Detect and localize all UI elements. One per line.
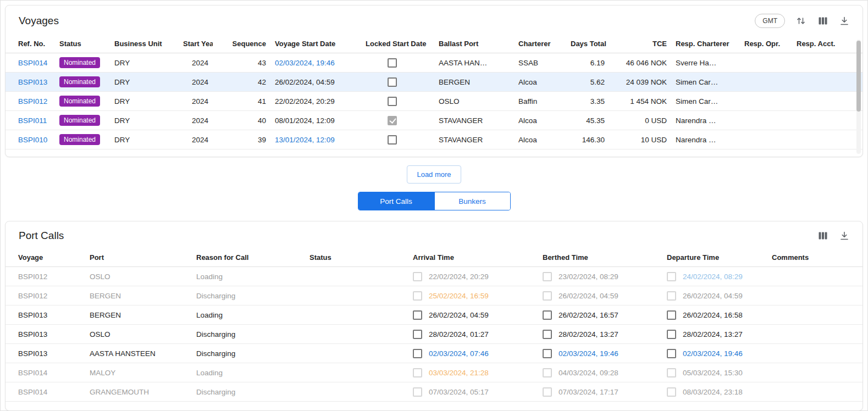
- arrival-time[interactable]: 03/03/2024, 21:28: [429, 369, 489, 377]
- port-call-row[interactable]: BSPI013 AASTA HANSTEEN Discharging 02/03…: [5, 344, 863, 363]
- voyage-start-date[interactable]: 22/02/2024, 20:29: [275, 97, 335, 105]
- port-calls-column-header[interactable]: Port: [85, 248, 192, 267]
- port-calls-column-header[interactable]: Voyage: [5, 248, 85, 267]
- voyages-column-header[interactable]: Ref. No.: [5, 35, 55, 53]
- voyages-column-header[interactable]: Ballast Port: [434, 35, 514, 53]
- departure-time-checkbox[interactable]: [667, 310, 676, 320]
- departure-time-checkbox[interactable]: [667, 387, 676, 397]
- voyage-row[interactable]: BSPI010 Nominated DRY 2024 39 13/01/2024…: [5, 130, 863, 149]
- ref-no-link[interactable]: BSPI012: [5, 92, 55, 111]
- voyage-row[interactable]: BSPI013 Nominated DRY 2024 42 26/02/2024…: [5, 73, 863, 92]
- ref-no-link[interactable]: BSPI014: [5, 53, 55, 73]
- load-more-button[interactable]: Load more: [407, 165, 461, 184]
- departure-time-checkbox[interactable]: [667, 349, 676, 358]
- departure-time[interactable]: 28/02/2024, 13:27: [683, 330, 743, 338]
- locked-start-date-checkbox[interactable]: [388, 58, 397, 68]
- arrival-time-checkbox[interactable]: [413, 272, 422, 281]
- berthed-time-checkbox[interactable]: [543, 272, 552, 281]
- berthed-time[interactable]: 07/03/2024, 17:17: [559, 388, 618, 396]
- voyages-column-header[interactable]: Sequence: [213, 35, 270, 53]
- arrival-time[interactable]: 28/02/2024, 01:27: [429, 330, 489, 338]
- voyages-column-header[interactable]: Charterer: [514, 35, 566, 53]
- arrival-time[interactable]: 07/03/2024, 05:17: [429, 388, 489, 396]
- download-button[interactable]: [838, 230, 850, 242]
- port-calls-column-header[interactable]: Departure Time: [662, 248, 767, 267]
- arrival-time-checkbox[interactable]: [413, 349, 422, 358]
- departure-time[interactable]: 05/03/2024, 15:30: [683, 369, 743, 377]
- ref-no-link[interactable]: BSPI011: [5, 111, 55, 130]
- voyage-row[interactable]: BSPI012 Nominated DRY 2024 41 22/02/2024…: [5, 92, 863, 111]
- voyages-column-header[interactable]: Resp. Charterer: [671, 35, 740, 53]
- ref-no-link[interactable]: BSPI013: [5, 73, 55, 92]
- voyage-row[interactable]: BSPI014 Nominated DRY 2024 43 02/03/2024…: [5, 53, 863, 73]
- arrival-time-checkbox[interactable]: [413, 387, 422, 397]
- port-calls-column-header[interactable]: Comments: [767, 248, 863, 267]
- voyage-start-date[interactable]: 02/03/2024, 19:46: [275, 59, 335, 67]
- voyages-vertical-scrollbar[interactable]: [856, 40, 861, 154]
- berthed-time-checkbox[interactable]: [543, 368, 552, 377]
- timezone-button[interactable]: GMT: [755, 14, 785, 28]
- berthed-time[interactable]: 02/03/2024, 19:46: [559, 349, 618, 358]
- departure-time-checkbox[interactable]: [667, 368, 676, 377]
- arrival-time-checkbox[interactable]: [413, 310, 422, 320]
- port-calls-column-header[interactable]: Berthed Time: [538, 248, 662, 267]
- download-button[interactable]: [838, 15, 850, 27]
- arrival-time[interactable]: 26/02/2024, 04:59: [429, 311, 489, 319]
- departure-time[interactable]: 26/02/2024, 04:59: [683, 292, 743, 300]
- port-call-row[interactable]: BSPI012 OSLO Loading 22/02/2024, 20:29 2…: [5, 267, 863, 286]
- departure-time[interactable]: 26/02/2024, 16:58: [683, 311, 743, 319]
- berthed-time[interactable]: 26/02/2024, 16:57: [559, 311, 618, 319]
- berthed-time[interactable]: 23/02/2024, 08:29: [559, 273, 618, 281]
- berthed-time[interactable]: 26/02/2024, 04:59: [559, 292, 618, 300]
- port-call-row[interactable]: BSPI012 BERGEN Discharging 25/02/2024, 1…: [5, 286, 863, 306]
- sort-button[interactable]: [794, 15, 808, 27]
- voyage-start-date[interactable]: 13/01/2024, 12:09: [275, 136, 335, 144]
- voyages-column-header[interactable]: Resp. Opr.: [740, 35, 792, 53]
- berthed-time-checkbox[interactable]: [543, 387, 552, 397]
- arrival-time[interactable]: 25/02/2024, 16:59: [429, 292, 489, 300]
- berthed-time[interactable]: 28/02/2024, 13:27: [559, 330, 618, 338]
- voyages-column-header[interactable]: Voyage Start Date: [270, 35, 361, 53]
- departure-time[interactable]: 08/03/2024, 23:18: [683, 388, 743, 396]
- berthed-time-checkbox[interactable]: [543, 349, 552, 358]
- departure-time-checkbox[interactable]: [667, 272, 676, 281]
- voyages-column-header[interactable]: TCE: [609, 35, 671, 53]
- voyages-column-header[interactable]: Days Total: [566, 35, 609, 53]
- voyages-column-header[interactable]: Locked Start Date: [361, 35, 434, 53]
- arrival-time-checkbox[interactable]: [413, 291, 422, 301]
- columns-button[interactable]: [817, 15, 829, 27]
- scrollbar-thumb[interactable]: [856, 41, 861, 112]
- port-calls-column-header[interactable]: Reason for Call: [192, 248, 305, 267]
- port-calls-column-header[interactable]: Arrival Time: [408, 248, 538, 267]
- port-call-row[interactable]: BSPI014 MALOY Loading 03/03/2024, 21:28 …: [5, 363, 863, 382]
- arrival-time[interactable]: 02/03/2024, 07:46: [429, 349, 489, 358]
- locked-start-date-checkbox[interactable]: [388, 97, 397, 106]
- arrival-time[interactable]: 22/02/2024, 20:29: [429, 273, 489, 281]
- voyages-column-header[interactable]: Status: [55, 35, 110, 53]
- voyages-column-header[interactable]: Business Unit: [110, 35, 179, 53]
- voyage-start-date[interactable]: 08/01/2024, 12:09: [275, 116, 335, 125]
- port-call-row[interactable]: BSPI013 OSLO Discharging 28/02/2024, 01:…: [5, 325, 863, 344]
- port-calls-column-header[interactable]: Status: [305, 248, 408, 267]
- voyages-column-header[interactable]: Resp. Acct.: [792, 35, 863, 53]
- departure-time[interactable]: 02/03/2024, 19:46: [683, 349, 743, 358]
- arrival-time-checkbox[interactable]: [413, 330, 422, 339]
- voyages-column-header[interactable]: Start Year: [179, 35, 213, 53]
- voyage-row[interactable]: BSPI011 Nominated DRY 2024 40 08/01/2024…: [5, 111, 863, 130]
- columns-button[interactable]: [817, 230, 829, 242]
- locked-start-date-checkbox[interactable]: [388, 77, 397, 87]
- arrival-time-checkbox[interactable]: [413, 368, 422, 377]
- locked-start-date-checkbox[interactable]: [388, 135, 397, 145]
- berthed-time-checkbox[interactable]: [543, 310, 552, 320]
- departure-time-checkbox[interactable]: [667, 291, 676, 301]
- departure-time[interactable]: 24/02/2024, 08:29: [683, 273, 743, 281]
- berthed-time-checkbox[interactable]: [543, 291, 552, 301]
- ref-no-link[interactable]: BSPI010: [5, 130, 55, 149]
- locked-start-date-checkbox[interactable]: [388, 116, 397, 125]
- voyage-start-date[interactable]: 26/02/2024, 04:59: [275, 78, 335, 86]
- departure-time-checkbox[interactable]: [667, 330, 676, 339]
- tab-port-calls[interactable]: Port Calls: [358, 192, 434, 210]
- berthed-time[interactable]: 04/03/2024, 09:28: [559, 369, 618, 377]
- berthed-time-checkbox[interactable]: [543, 330, 552, 339]
- port-call-row[interactable]: BSPI014 GRANGEMOUTH Discharging 07/03/20…: [5, 382, 863, 402]
